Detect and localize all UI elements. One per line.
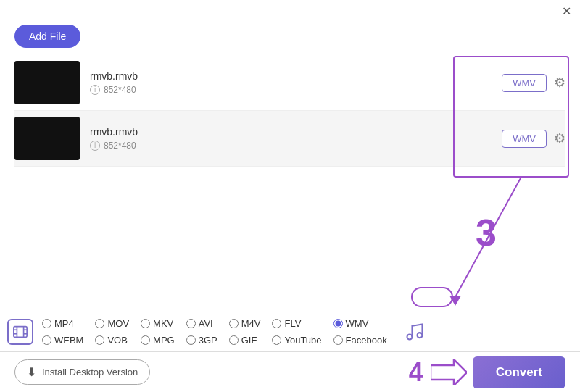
radio-mkv[interactable]: MKV — [141, 318, 175, 329]
svg-point-10 — [417, 333, 422, 338]
radio-m4v[interactable]: M4V — [229, 318, 261, 329]
video-format-icon — [7, 319, 33, 345]
file-thumbnail-1 — [14, 61, 80, 104]
radio-gif[interactable]: GIF — [229, 335, 261, 346]
title-bar: ✕ — [0, 0, 580, 20]
annotation-4: 4 — [409, 357, 423, 388]
format-bar: MP4 WEBM MOV VOB MKV MPG AVI — [0, 312, 580, 352]
file-meta-2: i 852*480 — [90, 141, 494, 151]
convert-arrow — [431, 359, 467, 385]
settings-icon-2[interactable]: ⚙ — [554, 130, 566, 146]
radio-youtube[interactable]: YouTube — [272, 335, 321, 346]
info-icon-1: i — [90, 85, 100, 95]
radio-mpg[interactable]: MPG — [141, 335, 175, 346]
toolbar: Add File — [0, 20, 580, 55]
wmv-highlight-circle — [411, 287, 453, 307]
format-col-2: MOV VOB — [95, 318, 129, 346]
file-item-2: rmvb.rmvb i 852*480 WMV ⚙ — [14, 111, 566, 167]
svg-point-9 — [407, 335, 412, 340]
info-icon-2: i — [90, 141, 100, 151]
file-name-1: rmvb.rmvb — [90, 70, 494, 82]
svg-marker-11 — [431, 359, 467, 385]
svg-line-0 — [455, 178, 521, 297]
file-list: rmvb.rmvb i 852*480 WMV ⚙ rmvb.rmvb i 85… — [0, 55, 580, 167]
file-resolution-2: 852*480 — [104, 141, 136, 151]
radio-mov[interactable]: MOV — [95, 318, 129, 329]
format-col-1: MP4 WEBM — [42, 318, 83, 346]
radio-webm[interactable]: WEBM — [42, 335, 83, 346]
radio-avi[interactable]: AVI — [186, 318, 218, 329]
file-meta-1: i 852*480 — [90, 85, 494, 95]
format-col-5: M4V GIF — [229, 318, 261, 346]
file-name-2: rmvb.rmvb — [90, 126, 494, 138]
convert-button[interactable]: Convert — [473, 356, 566, 388]
settings-icon-1[interactable]: ⚙ — [554, 75, 566, 91]
format-button-1[interactable]: WMV — [502, 74, 547, 92]
file-thumbnail-2 — [14, 117, 80, 160]
file-info-2: rmvb.rmvb i 852*480 — [90, 126, 494, 151]
audio-format-icon — [399, 322, 431, 342]
radio-wmv[interactable]: WMV — [334, 318, 387, 329]
install-button[interactable]: ⬇ Install Desktop Version — [14, 359, 150, 385]
install-label: Install Desktop Version — [42, 367, 138, 378]
radio-mp4[interactable]: MP4 — [42, 318, 83, 329]
annotation-3: 3 — [476, 214, 497, 251]
format-col-3: MKV MPG — [141, 318, 175, 346]
format-button-2[interactable]: WMV — [502, 130, 547, 148]
file-actions-1: WMV ⚙ — [502, 74, 566, 92]
radio-flv[interactable]: FLV — [272, 318, 321, 329]
file-item-1: rmvb.rmvb i 852*480 WMV ⚙ — [14, 55, 566, 111]
radio-vob[interactable]: VOB — [95, 335, 129, 346]
format-col-7: WMV Facebook — [334, 318, 387, 346]
svg-rect-2 — [14, 327, 27, 338]
format-options: MP4 WEBM MOV VOB MKV MPG AVI — [42, 318, 399, 346]
add-file-button[interactable]: Add File — [14, 25, 80, 48]
action-bar: ⬇ Install Desktop Version 4 Convert — [0, 352, 580, 392]
file-info-1: rmvb.rmvb i 852*480 — [90, 70, 494, 95]
download-icon: ⬇ — [27, 365, 36, 379]
radio-3gp[interactable]: 3GP — [186, 335, 218, 346]
svg-marker-1 — [450, 296, 461, 306]
file-actions-2: WMV ⚙ — [502, 130, 566, 148]
format-col-6: FLV YouTube — [272, 318, 321, 346]
radio-facebook[interactable]: Facebook — [334, 335, 387, 346]
file-resolution-1: 852*480 — [104, 85, 136, 95]
close-button[interactable]: ✕ — [562, 6, 571, 17]
format-col-4: AVI 3GP — [186, 318, 218, 346]
